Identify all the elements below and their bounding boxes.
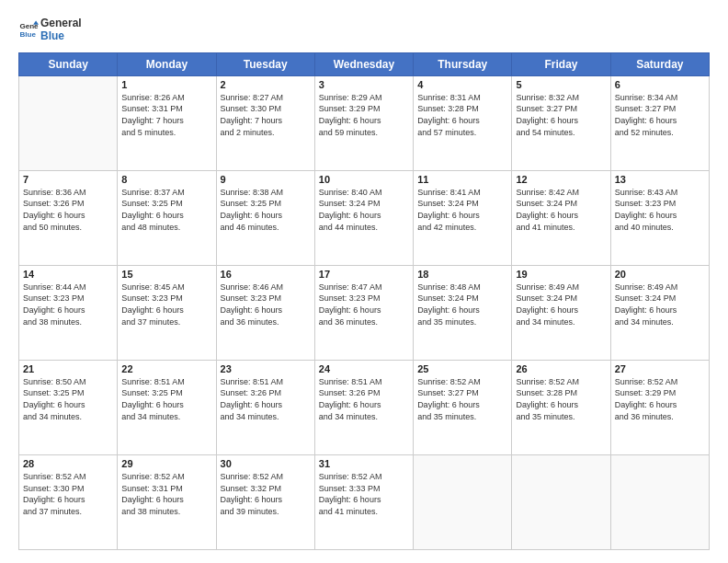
day-number: 8 (121, 174, 211, 185)
calendar-cell: 12Sunrise: 8:42 AM Sunset: 3:24 PM Dayli… (512, 170, 610, 265)
day-number: 28 (23, 458, 113, 469)
day-info: Sunrise: 8:52 AM Sunset: 3:30 PM Dayligh… (23, 471, 113, 517)
calendar-cell: 6Sunrise: 8:34 AM Sunset: 3:27 PM Daylig… (610, 75, 709, 170)
day-number: 31 (319, 458, 409, 469)
day-number: 10 (319, 174, 409, 185)
calendar-week-row: 21Sunrise: 8:50 AM Sunset: 3:25 PM Dayli… (19, 360, 710, 454)
calendar-cell: 16Sunrise: 8:46 AM Sunset: 3:23 PM Dayli… (216, 265, 314, 360)
calendar-cell: 18Sunrise: 8:48 AM Sunset: 3:24 PM Dayli… (414, 265, 512, 360)
logo-text-general: General (40, 17, 105, 29)
day-info: Sunrise: 8:26 AM Sunset: 3:31 PM Dayligh… (121, 92, 211, 138)
day-number: 2 (221, 79, 311, 90)
logo: General Blue General Blue (18, 17, 105, 43)
day-number: 4 (417, 79, 507, 90)
calendar-cell (512, 454, 610, 549)
day-number: 27 (615, 363, 705, 374)
calendar-cell: 11Sunrise: 8:41 AM Sunset: 3:24 PM Dayli… (414, 170, 512, 265)
day-number: 23 (221, 363, 311, 374)
calendar-cell: 19Sunrise: 8:49 AM Sunset: 3:24 PM Dayli… (512, 265, 610, 360)
day-number: 20 (615, 269, 705, 280)
calendar-cell: 1Sunrise: 8:26 AM Sunset: 3:31 PM Daylig… (118, 75, 216, 170)
calendar-day-header-wednesday: Wednesday (314, 52, 413, 75)
calendar-week-row: 7Sunrise: 8:36 AM Sunset: 3:26 PM Daylig… (19, 170, 710, 265)
day-info: Sunrise: 8:36 AM Sunset: 3:26 PM Dayligh… (23, 187, 113, 233)
day-info: Sunrise: 8:49 AM Sunset: 3:24 PM Dayligh… (516, 282, 606, 327)
calendar-week-row: 28Sunrise: 8:52 AM Sunset: 3:30 PM Dayli… (19, 454, 710, 549)
day-info: Sunrise: 8:32 AM Sunset: 3:27 PM Dayligh… (516, 92, 606, 138)
day-number: 6 (615, 79, 705, 90)
day-info: Sunrise: 8:46 AM Sunset: 3:23 PM Dayligh… (221, 282, 311, 327)
day-info: Sunrise: 8:40 AM Sunset: 3:24 PM Dayligh… (319, 187, 409, 233)
day-number: 15 (121, 269, 211, 280)
calendar-cell: 15Sunrise: 8:45 AM Sunset: 3:23 PM Dayli… (118, 265, 216, 360)
day-number: 26 (516, 363, 606, 374)
day-number: 22 (121, 363, 211, 374)
logo-icon: General Blue (18, 19, 39, 40)
calendar-cell: 9Sunrise: 8:38 AM Sunset: 3:25 PM Daylig… (216, 170, 314, 265)
day-number: 7 (23, 174, 113, 185)
calendar-cell: 14Sunrise: 8:44 AM Sunset: 3:23 PM Dayli… (19, 265, 118, 360)
calendar-cell (610, 454, 709, 549)
day-number: 25 (417, 363, 507, 374)
day-info: Sunrise: 8:34 AM Sunset: 3:27 PM Dayligh… (615, 92, 705, 138)
day-info: Sunrise: 8:47 AM Sunset: 3:23 PM Dayligh… (319, 282, 409, 327)
day-number: 12 (516, 174, 606, 185)
day-number: 16 (221, 269, 311, 280)
day-info: Sunrise: 8:50 AM Sunset: 3:25 PM Dayligh… (23, 376, 113, 422)
svg-text:Blue: Blue (19, 30, 36, 39)
logo-text-blue: Blue (40, 29, 105, 42)
calendar-cell: 30Sunrise: 8:52 AM Sunset: 3:32 PM Dayli… (216, 454, 314, 549)
day-number: 11 (417, 174, 507, 185)
calendar-cell (19, 75, 118, 170)
day-info: Sunrise: 8:29 AM Sunset: 3:29 PM Dayligh… (319, 92, 409, 138)
day-info: Sunrise: 8:52 AM Sunset: 3:33 PM Dayligh… (319, 471, 409, 517)
day-number: 3 (319, 79, 409, 90)
day-info: Sunrise: 8:51 AM Sunset: 3:25 PM Dayligh… (121, 376, 211, 422)
calendar-cell: 3Sunrise: 8:29 AM Sunset: 3:29 PM Daylig… (314, 75, 413, 170)
day-info: Sunrise: 8:45 AM Sunset: 3:23 PM Dayligh… (121, 282, 211, 327)
calendar-cell: 8Sunrise: 8:37 AM Sunset: 3:25 PM Daylig… (118, 170, 216, 265)
calendar-day-header-thursday: Thursday (414, 52, 512, 75)
calendar-cell: 27Sunrise: 8:52 AM Sunset: 3:29 PM Dayli… (610, 360, 709, 454)
day-number: 21 (23, 363, 113, 374)
calendar-cell: 23Sunrise: 8:51 AM Sunset: 3:26 PM Dayli… (216, 360, 314, 454)
day-info: Sunrise: 8:31 AM Sunset: 3:28 PM Dayligh… (417, 92, 507, 138)
day-number: 5 (516, 79, 606, 90)
calendar-cell: 5Sunrise: 8:32 AM Sunset: 3:27 PM Daylig… (512, 75, 610, 170)
calendar-week-row: 14Sunrise: 8:44 AM Sunset: 3:23 PM Dayli… (19, 265, 710, 360)
day-number: 9 (221, 174, 311, 185)
day-info: Sunrise: 8:52 AM Sunset: 3:31 PM Dayligh… (121, 471, 211, 517)
calendar-header-row: SundayMondayTuesdayWednesdayThursdayFrid… (19, 52, 710, 75)
day-info: Sunrise: 8:48 AM Sunset: 3:24 PM Dayligh… (417, 282, 507, 327)
day-info: Sunrise: 8:27 AM Sunset: 3:30 PM Dayligh… (221, 92, 311, 138)
calendar-cell: 26Sunrise: 8:52 AM Sunset: 3:28 PM Dayli… (512, 360, 610, 454)
calendar-week-row: 1Sunrise: 8:26 AM Sunset: 3:31 PM Daylig… (19, 75, 710, 170)
day-number: 17 (319, 269, 409, 280)
calendar-cell: 31Sunrise: 8:52 AM Sunset: 3:33 PM Dayli… (314, 454, 413, 549)
day-info: Sunrise: 8:52 AM Sunset: 3:32 PM Dayligh… (221, 471, 311, 517)
calendar-cell: 22Sunrise: 8:51 AM Sunset: 3:25 PM Dayli… (118, 360, 216, 454)
calendar-cell: 21Sunrise: 8:50 AM Sunset: 3:25 PM Dayli… (19, 360, 118, 454)
calendar-cell: 17Sunrise: 8:47 AM Sunset: 3:23 PM Dayli… (314, 265, 413, 360)
day-info: Sunrise: 8:37 AM Sunset: 3:25 PM Dayligh… (121, 187, 211, 233)
day-number: 29 (121, 458, 211, 469)
day-number: 13 (615, 174, 705, 185)
header: General Blue General Blue (18, 17, 710, 43)
calendar-day-header-friday: Friday (512, 52, 610, 75)
day-info: Sunrise: 8:51 AM Sunset: 3:26 PM Dayligh… (221, 376, 311, 422)
day-info: Sunrise: 8:52 AM Sunset: 3:29 PM Dayligh… (615, 376, 705, 422)
page: General Blue General Blue SundayMondayTu… (0, 0, 728, 563)
day-number: 18 (417, 269, 507, 280)
calendar-cell: 10Sunrise: 8:40 AM Sunset: 3:24 PM Dayli… (314, 170, 413, 265)
calendar-cell (414, 454, 512, 549)
day-info: Sunrise: 8:52 AM Sunset: 3:27 PM Dayligh… (417, 376, 507, 422)
calendar-cell: 29Sunrise: 8:52 AM Sunset: 3:31 PM Dayli… (118, 454, 216, 549)
calendar-day-header-saturday: Saturday (610, 52, 709, 75)
day-info: Sunrise: 8:41 AM Sunset: 3:24 PM Dayligh… (417, 187, 507, 233)
day-info: Sunrise: 8:44 AM Sunset: 3:23 PM Dayligh… (23, 282, 113, 327)
day-number: 24 (319, 363, 409, 374)
calendar-cell: 20Sunrise: 8:49 AM Sunset: 3:24 PM Dayli… (610, 265, 709, 360)
calendar-cell: 25Sunrise: 8:52 AM Sunset: 3:27 PM Dayli… (414, 360, 512, 454)
calendar-day-header-tuesday: Tuesday (216, 52, 314, 75)
calendar-day-header-sunday: Sunday (19, 52, 118, 75)
